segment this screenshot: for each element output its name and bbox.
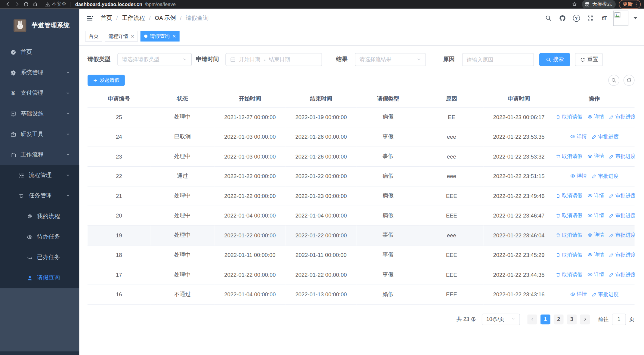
sidebar-item-task-mgmt[interactable]: 任务管理	[0, 186, 79, 206]
sidebar-item-workflow[interactable]: 工作流程	[0, 144, 79, 165]
leave-table: 申请编号 状态 开始时间 结束时间 请假类型 原因 申请时间 操作 25处理中2…	[88, 91, 635, 304]
progress-link[interactable]: 审批进度	[609, 212, 634, 219]
sidebar-item-label: 已办任务	[37, 254, 79, 261]
progress-link[interactable]: 审批进度	[592, 133, 619, 140]
cancel-leave-link[interactable]: 取消请假	[556, 153, 583, 160]
avatar[interactable]	[613, 11, 628, 26]
close-icon[interactable]: ✕	[131, 33, 135, 39]
progress-link[interactable]: 审批进度	[592, 291, 619, 298]
calendar-icon	[230, 57, 236, 62]
sidebar-item-devtools[interactable]: 研发工具	[0, 124, 79, 144]
create-leave-button[interactable]: 发起请假	[88, 75, 125, 86]
reset-button[interactable]: 重置	[575, 53, 603, 66]
security-warning-icon[interactable]: 不安全	[45, 1, 67, 8]
page-button-1[interactable]: 1	[540, 314, 550, 324]
forward-icon[interactable]	[12, 1, 21, 8]
search-button[interactable]: 搜索	[539, 53, 570, 66]
cancel-leave-link[interactable]: 取消请假	[556, 252, 583, 258]
sidebar-item-payment[interactable]: ¥ 支付管理	[0, 83, 79, 103]
sidebar-item-infrastructure[interactable]: 基础设施	[0, 103, 79, 124]
sidebar-collapse-strip[interactable]	[0, 351, 79, 355]
active-dot	[144, 35, 147, 38]
page-size-select[interactable]: 10条/页	[482, 313, 520, 325]
flow-icon	[18, 193, 25, 199]
sidebar-item-system[interactable]: 系统管理	[0, 62, 79, 83]
cancel-leave-link[interactable]: 取消请假	[556, 212, 583, 219]
toggle-search-button[interactable]	[608, 75, 619, 86]
prev-page-button[interactable]	[527, 314, 537, 324]
sidebar-item-todo-tasks[interactable]: 待办任务	[0, 227, 79, 247]
cell-reason: EE	[420, 107, 484, 127]
tab-home[interactable]: 首页	[85, 31, 102, 41]
detail-link[interactable]: 详情	[570, 291, 587, 298]
detail-link[interactable]: 详情	[587, 232, 604, 239]
cell-end-time: 2022-01-26 00:00:00	[286, 147, 357, 166]
sidebar-item-label: 基础设施	[20, 110, 66, 118]
detail-link[interactable]: 详情	[587, 153, 604, 160]
progress-link[interactable]: 审批进度	[609, 192, 634, 199]
address-divider	[71, 2, 71, 7]
bookmark-star-icon[interactable]	[570, 1, 579, 8]
address-bar[interactable]: 不安全 dashboard.yudao.iocoder.cn/bpm/oa/le…	[45, 1, 570, 8]
progress-link[interactable]: 审批进度	[609, 271, 634, 278]
result-select[interactable]: 请选择流结果	[355, 53, 426, 66]
breadcrumb-item[interactable]: 工作流程	[112, 14, 145, 22]
tab-process-detail[interactable]: 流程详情✕	[105, 31, 138, 41]
progress-link[interactable]: 审批进度	[609, 153, 634, 160]
sidebar-item-done-tasks[interactable]: 已办任务	[0, 247, 79, 268]
refresh-table-button[interactable]	[624, 75, 635, 86]
fullscreen-icon[interactable]	[585, 13, 595, 23]
next-page-button[interactable]	[580, 314, 590, 324]
avatar-caret-icon[interactable]	[633, 17, 638, 19]
github-icon[interactable]	[557, 13, 567, 23]
help-icon[interactable]: ?	[571, 13, 581, 23]
trash-icon	[556, 233, 561, 238]
detail-link[interactable]: 详情	[587, 271, 604, 278]
reason-input-wrap	[462, 53, 534, 66]
sidebar-item-home[interactable]: 首页	[0, 42, 79, 62]
progress-link[interactable]: 审批进度	[609, 252, 634, 258]
search-icon[interactable]	[543, 13, 553, 23]
leave-type-select[interactable]: 请选择请假类型	[117, 53, 192, 66]
chevron-left-icon	[530, 317, 534, 322]
apply-time-range-picker[interactable]: 开始日期 - 结束日期	[225, 53, 322, 66]
start-date-placeholder: 开始日期	[239, 56, 260, 63]
cancel-leave-link[interactable]: 取消请假	[556, 113, 583, 120]
fold-sidebar-icon[interactable]	[85, 14, 94, 23]
cancel-leave-link[interactable]: 取消请假	[556, 232, 583, 239]
detail-link[interactable]: 详情	[570, 172, 587, 179]
reason-input[interactable]	[466, 57, 529, 63]
progress-link[interactable]: 审批进度	[609, 232, 634, 239]
detail-link[interactable]: 详情	[587, 251, 604, 258]
sidebar-item-my-process[interactable]: 我的流程	[0, 206, 79, 227]
tab-leave-query[interactable]: 请假查询✕	[141, 31, 180, 41]
edit-pen-icon	[609, 252, 614, 257]
back-icon[interactable]	[3, 1, 12, 8]
close-icon[interactable]: ✕	[172, 33, 176, 39]
font-size-icon[interactable]	[599, 13, 609, 23]
breadcrumb-item[interactable]: OA 示例	[145, 14, 176, 22]
table-row: 17处理中2022-01-22 00:00:002022-01-22 00:00…	[88, 265, 635, 285]
tab-label: 首页	[89, 33, 99, 40]
breadcrumb-item[interactable]: 首页	[101, 14, 112, 22]
detail-link[interactable]: 详情	[587, 192, 604, 199]
sidebar-item-leave-query[interactable]: 请假查询	[0, 268, 79, 288]
reload-icon[interactable]	[21, 1, 30, 8]
cancel-leave-link[interactable]: 取消请假	[556, 192, 583, 199]
detail-link[interactable]: 详情	[587, 113, 604, 120]
cell-apply-time: 2022-01-22 23:46:04	[484, 225, 554, 245]
update-button[interactable]: 更新	[619, 0, 641, 9]
list-icon	[18, 172, 25, 179]
cancel-leave-link[interactable]: 取消请假	[556, 271, 583, 278]
detail-link[interactable]: 详情	[587, 212, 604, 219]
goto-page-input[interactable]	[612, 313, 626, 325]
page-button-2[interactable]: 2	[554, 314, 564, 324]
cell-leave-type: 婚假	[357, 285, 420, 304]
sidebar-item-process-mgmt[interactable]: 流程管理	[0, 165, 79, 186]
progress-link[interactable]: 审批进度	[609, 113, 634, 120]
page-button-3[interactable]: 3	[567, 314, 577, 324]
home-icon[interactable]	[30, 1, 39, 8]
tags-view-bar: 首页 流程详情✕ 请假查询✕	[79, 27, 644, 45]
progress-link[interactable]: 审批进度	[592, 173, 619, 180]
detail-link[interactable]: 详情	[570, 133, 587, 140]
